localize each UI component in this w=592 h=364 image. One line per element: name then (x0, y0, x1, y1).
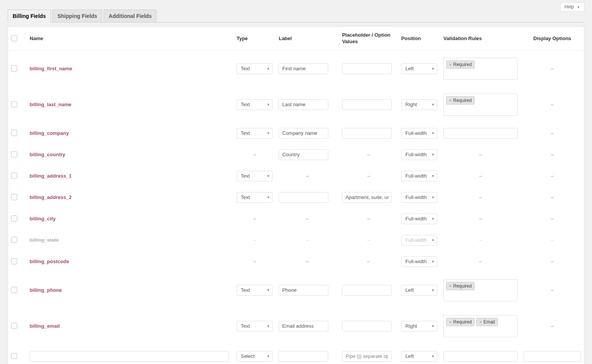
select[interactable]: Left▼ (401, 351, 437, 362)
validation-box[interactable]: ×Required (443, 279, 517, 301)
field-name-link[interactable]: billing_email (30, 323, 60, 329)
validation-box[interactable]: ×Required×Email (443, 315, 517, 337)
select[interactable]: Full-width▼ (401, 192, 437, 203)
select-all-checkbox[interactable] (11, 35, 17, 41)
text-input[interactable] (342, 192, 392, 203)
validation-box[interactable] (443, 351, 517, 362)
caret-down-icon: ▼ (267, 131, 270, 135)
field-name-link[interactable]: billing_phone (30, 287, 62, 293)
row-checkbox[interactable] (11, 353, 17, 359)
validation-tag: ×Email (476, 318, 498, 326)
text-input[interactable] (279, 99, 328, 110)
select[interactable]: Text▼ (237, 321, 272, 332)
dash: – (551, 216, 553, 222)
validation-tag: ×Required (446, 282, 475, 290)
tab-billing-fields[interactable]: Billing Fields (8, 10, 51, 23)
select[interactable]: Text▼ (237, 192, 272, 203)
field-row: billing_address_2Text▼Full-width▼–– (8, 187, 584, 208)
text-input[interactable] (342, 285, 392, 296)
text-input[interactable] (342, 128, 392, 139)
select[interactable]: Right▼ (401, 321, 437, 332)
field-name-link[interactable]: billing_city (30, 216, 56, 222)
text-input[interactable] (342, 351, 392, 362)
text-input[interactable] (342, 321, 392, 332)
select[interactable]: Right▼ (401, 99, 437, 110)
select[interactable]: Full-width▼ (401, 149, 437, 160)
select[interactable]: Text▼ (237, 63, 272, 74)
row-checkbox[interactable] (11, 65, 17, 71)
field-name-link[interactable]: billing_postcode (30, 259, 69, 264)
select[interactable]: Text▼ (237, 171, 272, 181)
dash: – (253, 216, 256, 222)
col-validation: Validation Rules (440, 27, 521, 50)
new-field-row: Select▼Left▼ (8, 344, 584, 364)
text-input[interactable] (279, 285, 328, 296)
row-checkbox[interactable] (11, 173, 17, 179)
select[interactable]: Full-width▼ (401, 256, 437, 267)
fields-table: Name Type Label Placeholder / Option Val… (8, 27, 584, 364)
select[interactable]: Full-width▼ (401, 128, 437, 139)
select[interactable]: Select▼ (237, 351, 272, 362)
select[interactable]: Full-width▼ (401, 214, 437, 224)
tab-additional-fields[interactable]: Additional Fields (104, 10, 157, 22)
remove-tag-icon[interactable]: × (449, 98, 451, 103)
dash: – (306, 216, 309, 222)
dash: – (551, 237, 553, 243)
caret-down-icon: ▼ (431, 174, 435, 178)
text-input[interactable] (279, 149, 328, 160)
row-checkbox[interactable] (11, 215, 17, 222)
row-checkbox[interactable] (11, 151, 17, 157)
dash: – (367, 237, 370, 243)
remove-tag-icon[interactable]: × (449, 284, 451, 288)
remove-tag-icon[interactable]: × (449, 320, 451, 324)
field-name-link[interactable]: billing_country (30, 152, 65, 157)
dash: – (479, 259, 482, 264)
caret-down-icon: ▼ (267, 174, 270, 178)
select[interactable]: Full-width▼ (401, 171, 437, 181)
caret-down-icon: ▼ (267, 354, 270, 358)
field-row: billing_postcode–––Full-width▼–– (8, 251, 584, 272)
validation-tag: ×Required (446, 96, 475, 105)
field-name-link[interactable]: billing_address_1 (30, 173, 72, 179)
text-input[interactable] (342, 99, 392, 110)
row-checkbox[interactable] (11, 287, 17, 293)
text-input[interactable] (279, 63, 328, 74)
caret-down-icon: ▼ (431, 324, 435, 328)
validation-box[interactable] (443, 128, 517, 139)
text-input[interactable] (279, 128, 328, 139)
text-input[interactable] (30, 351, 229, 362)
select[interactable]: Text▼ (237, 128, 272, 139)
dash: – (551, 259, 553, 264)
help-tab[interactable]: Help ▼ (560, 2, 584, 11)
dash: – (479, 173, 482, 179)
row-checkbox[interactable] (11, 258, 17, 264)
text-input[interactable] (279, 192, 328, 203)
row-checkbox[interactable] (11, 323, 17, 329)
remove-tag-icon[interactable]: × (449, 62, 451, 67)
select[interactable]: Text▼ (237, 285, 272, 296)
row-checkbox[interactable] (11, 237, 17, 243)
tab-shipping-fields[interactable]: Shipping Fields (52, 10, 102, 22)
row-checkbox[interactable] (11, 130, 17, 136)
select[interactable]: Text▼ (237, 99, 272, 110)
field-row: billing_companyText▼Full-width▼– (8, 123, 584, 144)
field-name-link[interactable]: billing_address_2 (30, 194, 72, 200)
text-input[interactable] (279, 321, 328, 332)
text-input[interactable] (279, 351, 328, 362)
field-name-link[interactable]: billing_company (30, 130, 69, 136)
select[interactable]: Left▼ (401, 285, 437, 296)
dash: – (479, 152, 482, 157)
field-name-link[interactable]: billing_first_name (30, 66, 72, 71)
field-name-link[interactable]: billing_last_name (30, 102, 71, 107)
text-input[interactable] (342, 63, 392, 74)
caret-down-icon: ▼ (431, 354, 435, 358)
dash: – (479, 216, 482, 222)
validation-box[interactable]: ×Required (443, 58, 517, 80)
remove-tag-icon[interactable]: × (479, 320, 482, 324)
row-checkbox[interactable] (11, 194, 17, 200)
validation-box[interactable]: ×Required (443, 94, 517, 116)
display-options-box[interactable] (524, 351, 581, 362)
caret-down-icon: ▼ (431, 288, 435, 292)
row-checkbox[interactable] (11, 101, 17, 107)
select[interactable]: Left▼ (401, 63, 437, 74)
